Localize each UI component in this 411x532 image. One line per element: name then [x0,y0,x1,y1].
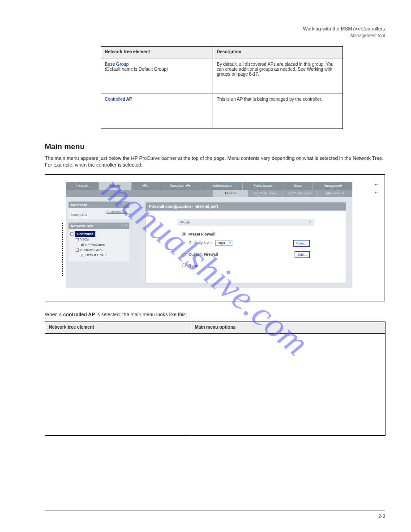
below-text-b: controlled AP [63,312,95,317]
tree-toggle-icon[interactable]: – [70,232,73,236]
tab-controlled-aps[interactable]: Controlled APs [159,182,201,190]
page-footer: 2-9 [45,511,385,519]
tbl1-col2-header: Description [213,47,343,59]
tbl2-r1c2 [191,334,385,436]
table-row: Base Group (Default name is Default Grou… [101,59,343,94]
opt-none-label: None [188,263,198,268]
tab-authentication[interactable]: Authentication [201,182,243,190]
controlled-ap-link: Controlled AP [105,97,132,102]
section-heading: Main menu [45,142,385,151]
table-row: Controlled AP This is an AP that is bein… [101,94,343,129]
base-group-paren-b: ) [167,67,168,72]
tab-users[interactable]: Users [283,182,313,190]
arrow-main-menu-icon: ← [374,181,379,188]
security-level-label: Security level: [189,240,213,245]
tab-vpn[interactable]: VPN [132,182,159,190]
chapter-title: Working with the MSM7xx Controllers [45,26,385,31]
view-button[interactable]: View... [293,240,310,247]
summary-configured-value: 2 [125,213,127,217]
sub-menu-tabs: Firewall Certificate stores Certificate … [66,190,352,197]
firewall-card-title: Firewall configuration - Internet port [146,202,346,210]
below-text-a: When a [45,312,63,317]
help-icon[interactable]: ? [309,220,311,224]
network-tree-panel-icons[interactable]: □ ? [123,224,127,228]
summary-controlled-aps-label: Controlled APs [107,210,127,213]
edit-button[interactable]: Edit... [295,251,310,258]
tree-toggle-icon[interactable]: – [76,238,79,241]
table-row [45,334,385,436]
screenshot-figure: ← ← Network Security VPN Controlled APs … [45,174,385,301]
network-tree-title: Network Tree [71,224,93,228]
controlled-ap-desc: This is an AP that is being managed by t… [213,94,343,129]
tree-controlled-aps[interactable]: Controlled APs [80,248,103,253]
tree-default-group[interactable]: Default Group [86,253,107,258]
status-dot-icon [81,244,84,246]
base-group-desc: By default, all discovered APs are place… [213,59,343,94]
main-menu-tabs: Network Security VPN Controlled APs Auth… [66,182,352,190]
subtab-mac-lockout[interactable]: MAC lockout [317,190,352,197]
tree-vscs[interactable]: VSCs [80,237,89,242]
tbl2-col2-header: Main menu options [191,322,385,334]
firewall-card: Mode ? Preset Firewall [146,210,346,283]
base-group-paren-a: (Default name is [105,67,137,72]
radio-preset-firewall[interactable] [182,232,186,236]
opt-preset-label: Preset Firewall [188,232,215,236]
tbl1-col1-header: Network tree element [101,47,213,59]
dotted-guide [62,223,63,276]
network-tree-panel: Network Tree □ ? – Controller – VSCs [68,223,129,262]
subtab-cert-stores[interactable]: Certificate stores [248,190,283,197]
tab-public-access[interactable]: Public access [243,182,283,190]
base-group-default-name: Default Group [139,67,167,72]
subtab-cert-usage[interactable]: Certificate usage [283,190,317,197]
summary-panel: Summary □ ? Controlled APs Configured 2 [68,202,129,219]
radio-none[interactable] [182,263,186,267]
below-paragraph: When a controlled AP is selected, the ma… [45,311,385,318]
footer-page-number: 2-9 [379,514,385,519]
mode-title: Mode [180,220,190,224]
radio-custom-firewall[interactable] [182,253,186,257]
base-group-link: Base Group [105,62,128,67]
summary-title: Summary [71,203,87,207]
menu-options-table: Network tree element Main menu options [45,322,385,436]
section-desc: The main menu appears just below the HP … [45,155,385,169]
summary-configured-link[interactable]: Configured [71,213,87,217]
network-tree-table: Network tree element Description Base Gr… [101,46,343,129]
subtab-firewall[interactable]: Firewall [213,190,248,197]
tree-controller[interactable]: Controller [75,231,95,237]
app-shell: Network Security VPN Controlled APs Auth… [66,182,352,288]
tab-management[interactable]: Management [313,182,352,190]
tree-hp-procurve[interactable]: HP ProCurve [85,242,105,248]
chevron-down-icon: ▾ [229,241,231,245]
chapter-subtitle: Management tool [45,33,385,38]
opt-custom-label: Custom Firewall [188,252,218,257]
security-level-value: High [218,241,225,245]
below-text-c: is selected, the main menu looks like th… [95,312,187,317]
tab-security[interactable]: Security [99,182,132,190]
summary-panel-icons[interactable]: □ ? [123,203,127,207]
tbl2-r1c1 [45,334,191,436]
tree-toggle-icon[interactable]: – [76,249,79,252]
tree-toggle-icon[interactable]: + [81,254,84,257]
tbl2-col1-header: Network tree element [45,322,191,334]
tab-network[interactable]: Network [66,182,99,190]
security-level-select[interactable]: High ▾ [215,240,232,246]
arrow-sub-menu-icon: ← [374,189,379,196]
